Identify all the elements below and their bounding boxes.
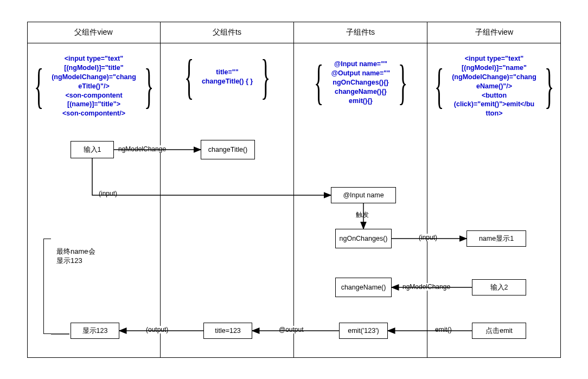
header-child-ts: 子组件ts [294,22,427,43]
node-emit-call: emit('123') [339,323,388,339]
code-text-child-ts: @Input name=""@Output name=""ngOnChanges… [330,60,391,105]
code-child-view: { <input type="text"[(ngModel)]="name"(n… [431,54,558,118]
label-trigger: 触发 [355,210,370,220]
node-input2: 输入2 [472,279,526,296]
label-input-1: (input) [98,190,118,197]
code-text-child-view: <input type="text"[(ngModel)]="name"(ngM… [451,54,538,118]
header-child-view: 子组件view [427,22,561,43]
code-parent-view: { <input type="text"[(ngModel)]="title"(… [30,54,157,118]
code-text-parent-ts: title=""changeTitle() { } [201,68,254,86]
header-parent-view: 父组件view [27,22,160,43]
label-emit-fn: emit() [434,326,453,333]
node-change-title: changeTitle() [201,140,255,159]
label-ngmodelchange-2: ngModelChange [401,283,451,291]
node-show123: 显示123 [71,323,119,339]
diagram-root: 父组件view 父组件ts 子组件ts 子组件view { <input typ… [11,11,577,368]
note-text: 最终name会显示123 [56,247,116,266]
node-input-name: @Input name [331,187,396,203]
header-parent-ts: 父组件ts [161,22,293,43]
label-ngmodelchange-1: ngModelChange [117,145,167,153]
label-input-2: (input) [418,234,438,241]
note-bracket [43,239,51,334]
node-title-eq: title=123 [203,323,252,339]
code-parent-ts: { title=""changeTitle() { } } [164,68,291,86]
node-click-emit: 点击emit [472,323,526,339]
node-change-name: changeName() [335,278,392,297]
node-ngonchanges: ngOnChanges() [335,229,392,248]
label-at-output: @output [278,326,305,333]
node-input1: 输入1 [71,141,114,158]
label-output: (output) [145,326,169,333]
node-name-show1: name显示1 [466,230,526,247]
code-text-parent-view: <input type="text"[(ngModel)]="title"(ng… [50,54,137,118]
code-child-ts: { @Input name=""@Output name=""ngOnChang… [297,60,424,105]
